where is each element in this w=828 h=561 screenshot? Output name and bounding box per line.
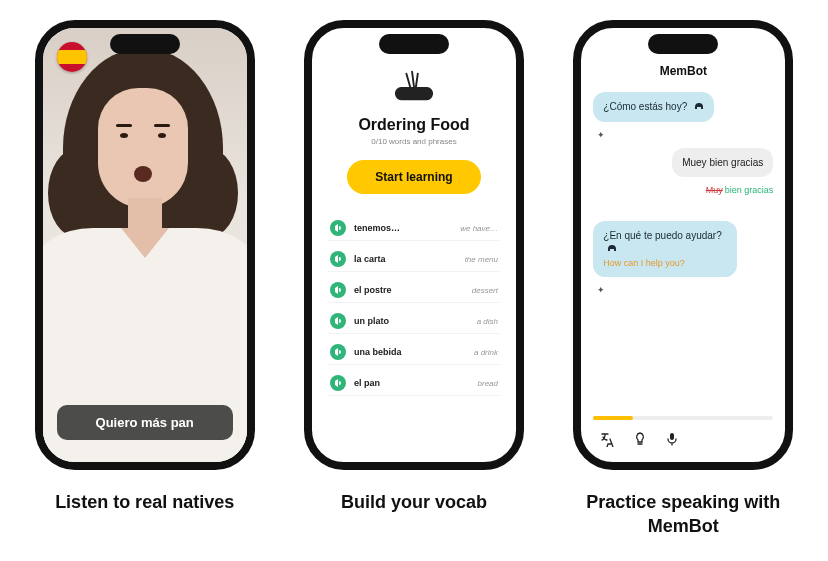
- vocab-translation: we have…: [460, 224, 498, 233]
- play-audio-icon[interactable]: [330, 313, 346, 329]
- vocab-term: un plato: [354, 316, 469, 326]
- vocab-term: tenemos…: [354, 223, 452, 233]
- video-screen[interactable]: Quiero más pan: [43, 28, 247, 462]
- headphones-icon[interactable]: [694, 101, 704, 114]
- play-audio-icon[interactable]: [330, 220, 346, 236]
- vocab-term: una bebida: [354, 347, 466, 357]
- play-audio-icon[interactable]: [330, 251, 346, 267]
- translate-tool-icon[interactable]: [599, 430, 617, 448]
- play-audio-icon[interactable]: [330, 344, 346, 360]
- phone-mockup-1: Quiero más pan: [35, 20, 255, 470]
- vocab-translation: bread: [478, 379, 498, 388]
- phone-notch: [379, 34, 449, 54]
- feature-column-membot: MemBot ¿Cómo estás hoy? ✦ Muey bien grac…: [553, 20, 813, 539]
- svg-rect-1: [57, 50, 87, 64]
- spain-flag-icon: [57, 42, 87, 72]
- feature-column-natives: Quiero más pan Listen to real natives: [15, 20, 275, 514]
- lesson-subtitle: 0/10 words and phrases: [371, 137, 456, 146]
- native-speaker-portrait: [35, 48, 255, 462]
- start-learning-button[interactable]: Start learning: [347, 160, 480, 194]
- feature-caption-1: Listen to real natives: [55, 490, 234, 514]
- vocab-row[interactable]: el pan bread: [328, 371, 500, 396]
- vocab-translation: a dish: [477, 317, 498, 326]
- video-subtitle: Quiero más pan: [57, 405, 233, 440]
- phone-notch: [648, 34, 718, 54]
- translate-icon[interactable]: ✦: [597, 285, 605, 295]
- chat-body: ¿Cómo estás hoy? ✦ Muey bien gracias Muy…: [593, 92, 773, 410]
- chat-toolbar: [593, 420, 773, 452]
- vocab-row[interactable]: una bebida a drink: [328, 340, 500, 365]
- vocab-term: la carta: [354, 254, 457, 264]
- vocab-screen: Ordering Food 0/10 words and phrases Sta…: [312, 28, 516, 462]
- correction-wrong: Muy: [706, 185, 723, 195]
- hint-tool-icon[interactable]: [631, 430, 649, 448]
- phone-mockup-2: Ordering Food 0/10 words and phrases Sta…: [304, 20, 524, 470]
- feature-caption-2: Build your vocab: [341, 490, 487, 514]
- chat-progress-bar: [593, 416, 773, 420]
- lesson-title: Ordering Food: [358, 116, 469, 134]
- vocab-term: el pan: [354, 378, 470, 388]
- bot-message[interactable]: ¿En qué te puedo ayudar? How can I help …: [593, 221, 737, 278]
- bot-message[interactable]: ¿Cómo estás hoy?: [593, 92, 714, 122]
- bot-message-translation: How can I help you?: [603, 258, 727, 270]
- chat-screen: MemBot ¿Cómo estás hoy? ✦ Muey bien grac…: [581, 28, 785, 462]
- play-audio-icon[interactable]: [330, 282, 346, 298]
- vocab-row[interactable]: un plato a dish: [328, 309, 500, 334]
- vocab-list: tenemos… we have… la carta the menu el p…: [328, 216, 500, 396]
- feature-column-vocab: Ordering Food 0/10 words and phrases Sta…: [284, 20, 544, 514]
- svg-rect-2: [670, 433, 674, 440]
- chat-progress-fill: [593, 416, 633, 420]
- bot-message-text: ¿Cómo estás hoy?: [603, 101, 687, 112]
- vocab-row[interactable]: tenemos… we have…: [328, 216, 500, 241]
- noodles-icon: [395, 68, 433, 106]
- vocab-translation: dessert: [472, 286, 498, 295]
- vocab-translation: the menu: [465, 255, 498, 264]
- vocab-row[interactable]: la carta the menu: [328, 247, 500, 272]
- message-correction: Muybien gracias: [706, 185, 774, 195]
- correction-right: bien gracias: [725, 185, 774, 195]
- microphone-icon[interactable]: [663, 430, 681, 448]
- phone-mockup-3: MemBot ¿Cómo estás hoy? ✦ Muey bien grac…: [573, 20, 793, 470]
- vocab-translation: a drink: [474, 348, 498, 357]
- chat-header-title: MemBot: [593, 64, 773, 78]
- headphones-icon[interactable]: [607, 243, 617, 256]
- translate-icon[interactable]: ✦: [597, 130, 605, 140]
- bot-message-text: ¿En qué te puedo ayudar?: [603, 230, 721, 241]
- user-message[interactable]: Muey bien gracias: [672, 148, 773, 177]
- phone-notch: [110, 34, 180, 54]
- user-message-text: Muey bien gracias: [682, 157, 763, 168]
- feature-caption-3: Practice speaking with MemBot: [553, 490, 813, 539]
- vocab-term: el postre: [354, 285, 464, 295]
- vocab-row[interactable]: el postre dessert: [328, 278, 500, 303]
- play-audio-icon[interactable]: [330, 375, 346, 391]
